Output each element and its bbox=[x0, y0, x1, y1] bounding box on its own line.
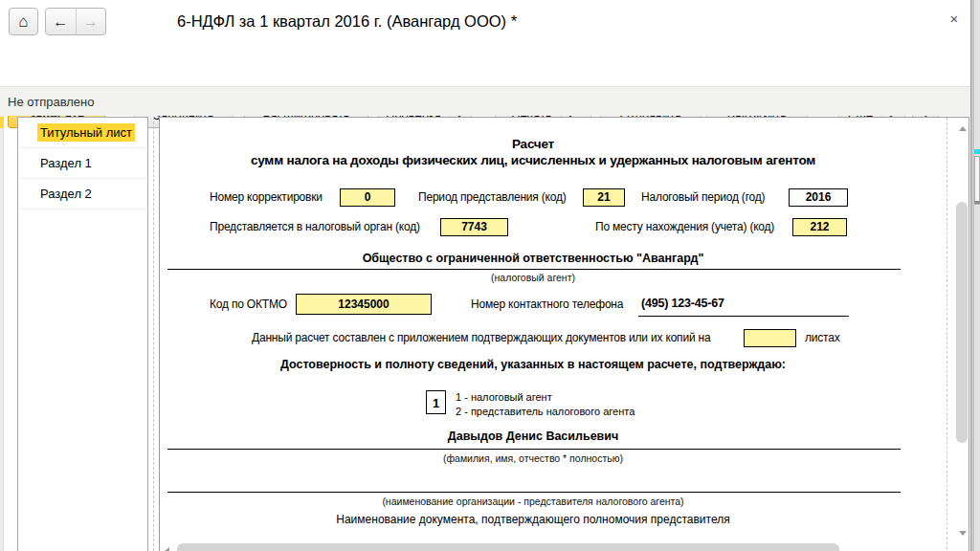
tax-year-field[interactable]: 2016 bbox=[789, 188, 848, 207]
sidebar: Титульный лист Раздел 1 Раздел 2 bbox=[17, 117, 148, 551]
vertical-scrollbar-thumb[interactable] bbox=[956, 202, 968, 443]
attachments-text: Данный расчет составлен с приложением по… bbox=[252, 331, 710, 344]
history-nav-group: ← → bbox=[45, 8, 106, 35]
forward-button[interactable]: → bbox=[77, 9, 106, 34]
close-icon: × bbox=[950, 11, 959, 27]
phone-label: Номер контактного телефона bbox=[471, 298, 623, 311]
form-title-line1: Расчет bbox=[166, 137, 901, 151]
print-area-boundary bbox=[153, 117, 154, 551]
tax-authority-field[interactable]: 7743 bbox=[440, 218, 508, 236]
scrollbar-position-marker bbox=[974, 149, 980, 154]
phone-value[interactable]: (495) 123-45-67 bbox=[641, 297, 724, 310]
titlebar: ⌂ ← → 6-НДФЛ за 1 квартал 2016 г. (Аванг… bbox=[0, 0, 970, 48]
scroll-left-icon[interactable] bbox=[165, 547, 169, 551]
horizontal-scrollbar-thumb[interactable] bbox=[177, 543, 839, 551]
sidebar-item-label: Раздел 2 bbox=[37, 185, 95, 203]
location-code-label: По месту нахождения (учета) (код) bbox=[595, 220, 774, 233]
forward-icon: → bbox=[83, 13, 99, 31]
tax-authority-label: Представляется в налоговый орган (код) bbox=[210, 220, 420, 233]
back-button[interactable]: ← bbox=[46, 9, 77, 34]
send-status-text: Не отправлено bbox=[8, 95, 94, 109]
sidebar-item-label: Раздел 1 bbox=[37, 154, 95, 172]
form-title-line2: сумм налога на доходы физических лиц, ис… bbox=[166, 153, 901, 167]
home-button[interactable]: ⌂ bbox=[9, 8, 38, 35]
sidebar-item-title-page[interactable]: Титульный лист bbox=[18, 118, 147, 148]
window-scrollbar-thumb[interactable] bbox=[974, 156, 980, 205]
signer-name[interactable]: Давыдов Денис Васильевич bbox=[166, 430, 901, 443]
home-icon: ⌂ bbox=[18, 12, 28, 32]
print-area-boundary bbox=[947, 118, 947, 551]
page-title: 6-НДФЛ за 1 квартал 2016 г. (Авангард ОО… bbox=[177, 12, 517, 31]
confirm-heading: Достоверность и полноту сведений, указан… bbox=[166, 358, 901, 371]
signature-line bbox=[167, 269, 901, 270]
signer-type-field[interactable]: 1 bbox=[426, 390, 446, 414]
oktmo-label: Код по ОКТМО bbox=[210, 298, 287, 311]
back-icon: ← bbox=[53, 13, 68, 31]
period-field[interactable]: 21 bbox=[583, 188, 625, 207]
close-button[interactable]: × bbox=[946, 11, 963, 28]
toolbar: Записать Заполнить Расшифровать Проверка… bbox=[0, 48, 970, 86]
attachments-field[interactable] bbox=[744, 329, 796, 347]
status-bar: Не отправлено bbox=[0, 86, 970, 116]
location-code-field[interactable]: 212 bbox=[792, 218, 847, 236]
phone-underline bbox=[638, 316, 849, 317]
form-area: Расчет сумм налога на доходы физических … bbox=[159, 117, 969, 551]
oktmo-field[interactable]: 12345000 bbox=[296, 294, 432, 315]
signature-line bbox=[167, 492, 901, 493]
sidebar-item-label: Титульный лист bbox=[37, 123, 135, 142]
window-scrollbar-inner bbox=[974, 0, 980, 551]
signer-option-1: 1 - налоговый агент bbox=[456, 391, 552, 403]
scrollbar-tick-marker bbox=[974, 201, 980, 204]
left-strip-active-marker bbox=[0, 117, 4, 128]
correction-field[interactable]: 0 bbox=[340, 188, 395, 207]
attachments-suffix: листах bbox=[805, 331, 840, 344]
organization-caption: (налоговый агент) bbox=[166, 272, 901, 283]
period-label: Период представления (код) bbox=[418, 190, 567, 204]
sidebar-item-section-1[interactable]: Раздел 1 bbox=[18, 148, 147, 179]
signer-option-2: 2 - представитель налогового агента bbox=[456, 406, 635, 417]
signature-line bbox=[167, 449, 901, 450]
sidebar-item-section-2[interactable]: Раздел 2 bbox=[18, 179, 147, 209]
scroll-down-icon[interactable] bbox=[959, 531, 967, 536]
correction-label: Номер корректировки bbox=[210, 190, 323, 204]
signer-caption: (фамилия, имя, отчество * полностью) bbox=[166, 452, 901, 464]
organization-name: Общество с ограниченной ответственностью… bbox=[166, 252, 901, 265]
scroll-up-icon[interactable] bbox=[959, 126, 967, 131]
representative-doc-text[interactable]: Наименование документа, подтверждающего … bbox=[166, 513, 901, 526]
tax-year-label: Налоговый период (год) bbox=[641, 190, 765, 204]
representative-org-caption: (наименование организации - представител… bbox=[166, 496, 901, 507]
